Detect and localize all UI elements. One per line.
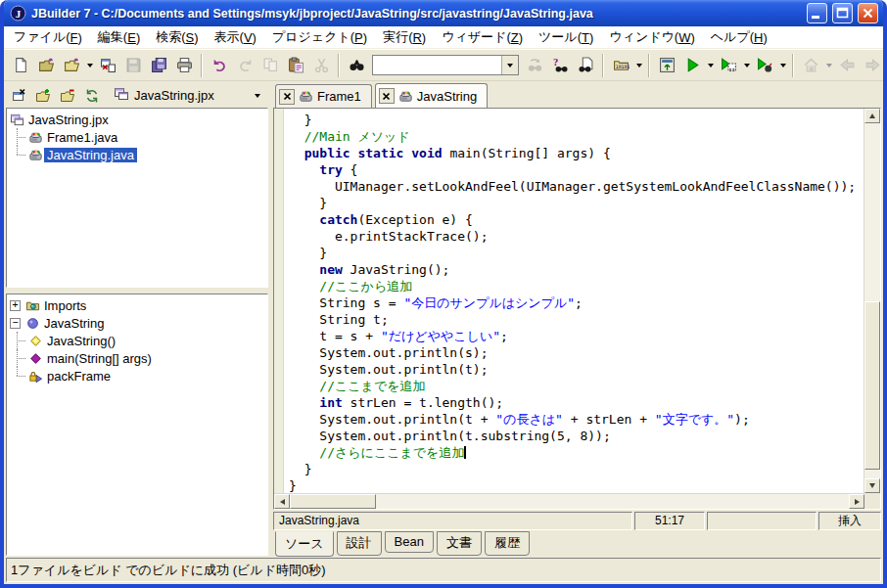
tab-close-button[interactable] — [279, 89, 295, 105]
tree-item-javastring-java[interactable]: JavaString.java — [8, 146, 266, 163]
maximize-button[interactable] — [832, 3, 853, 23]
menu-item-t[interactable]: ツール(T) — [531, 26, 601, 48]
run-coverage-button[interactable] — [752, 53, 777, 78]
editor-gutter — [274, 109, 284, 493]
code-line: } — [289, 461, 864, 477]
ui-designer-button[interactable] — [654, 53, 679, 78]
menu-item-p[interactable]: プロジェクト(P) — [264, 26, 375, 48]
find-in-files-button[interactable] — [573, 53, 598, 78]
paste-button[interactable] — [283, 53, 308, 78]
title-bar[interactable]: J JBuilder 7 - C:/Documents and Settings… — [4, 0, 883, 26]
find-button[interactable] — [344, 53, 369, 78]
tree-item-javastring[interactable]: −JavaString — [8, 314, 266, 332]
reopen-file-button[interactable] — [59, 53, 84, 78]
save-all-button[interactable] — [146, 53, 171, 78]
reopen-file-button-dropdown[interactable] — [84, 53, 95, 78]
view-tab-item[interactable]: ソース — [275, 531, 334, 557]
editor-tab-frame1[interactable]: Frame1 — [275, 84, 372, 108]
redo-icon — [237, 57, 254, 73]
tree-expander[interactable]: − — [10, 318, 21, 329]
status-caret-position: 51:17 — [634, 512, 705, 530]
toolbar-separator — [201, 54, 203, 77]
scrollbar-track[interactable] — [376, 494, 849, 509]
close-icon[interactable] — [858, 3, 878, 23]
project-icon — [114, 86, 129, 105]
horizontal-scrollbar-thumb[interactable] — [290, 494, 376, 509]
toolbar-separator — [602, 54, 604, 77]
menu-item-h[interactable]: ヘルプ(H) — [703, 26, 775, 48]
add-file-button[interactable] — [30, 84, 55, 107]
remove-file-button[interactable] — [55, 84, 79, 107]
tree-item-javastring[interactable]: JavaString() — [8, 332, 266, 349]
code-line: String s = "今日のサンプルはシンプル"; — [289, 294, 864, 311]
search-combo[interactable] — [372, 55, 519, 75]
search-input[interactable] — [373, 56, 501, 74]
view-tab-item[interactable]: 履歴 — [485, 531, 530, 556]
code-editor: } //Main メソッド public static void main(St… — [273, 108, 881, 510]
menu-item-z[interactable]: ウィザード(Z) — [434, 26, 531, 48]
menu-item-w[interactable]: ウィンドウ(W) — [601, 26, 702, 48]
scroll-left-button[interactable] — [274, 494, 290, 509]
project-selector[interactable]: JavaString.jpx — [114, 86, 268, 105]
copy-icon — [262, 57, 279, 73]
svg-text:?: ? — [553, 57, 558, 68]
tree-item-label: JavaString — [41, 316, 107, 331]
search-combo-dropdown[interactable] — [501, 56, 518, 74]
tree-item-label: JavaString() — [44, 334, 118, 348]
view-tab-item[interactable]: 設計 — [337, 531, 382, 556]
undo-button[interactable] — [207, 53, 232, 78]
new-file-button[interactable] — [8, 53, 33, 78]
horizontal-scrollbar[interactable] — [274, 493, 864, 509]
close-project-button[interactable] — [6, 84, 30, 107]
tree-item-main-string-args[interactable]: main(String[] args) — [8, 349, 266, 367]
code-lines[interactable]: } //Main メソッド public static void main(St… — [284, 109, 864, 493]
toolbar-separator — [648, 54, 650, 77]
run-coverage-button-dropdown[interactable] — [777, 53, 788, 78]
make-project-button[interactable]: 10101 — [608, 53, 633, 78]
minimize-button[interactable] — [807, 3, 827, 23]
java-file-icon — [398, 89, 413, 104]
tree-item-imports[interactable]: +Imports — [8, 296, 266, 314]
view-tab-bean[interactable]: Bean — [385, 531, 434, 553]
print-icon — [176, 57, 193, 73]
view-tab-item[interactable]: 文書 — [437, 531, 482, 556]
debug-button[interactable] — [716, 53, 741, 78]
tree-item-frame1-java[interactable]: Frame1.java — [8, 128, 266, 146]
refresh-button[interactable] — [79, 84, 104, 107]
tree-item-javastring-jpx[interactable]: JavaString.jpx — [8, 111, 266, 128]
constructor-icon — [28, 334, 43, 348]
run-button[interactable] — [679, 53, 705, 78]
debug-button-dropdown[interactable] — [741, 53, 752, 78]
search-help-button[interactable]: ? — [547, 53, 573, 78]
tree-item-packframe[interactable]: packFrame — [8, 367, 266, 384]
tree-item-label: JavaString.java — [44, 148, 137, 162]
vertical-scrollbar[interactable] — [864, 109, 880, 493]
project-selector-dropdown-icon[interactable] — [255, 94, 260, 98]
run-button-dropdown[interactable] — [705, 53, 716, 78]
menu-item-e[interactable]: 編集(E) — [90, 26, 148, 48]
folder-plus-icon — [35, 88, 51, 104]
make-project-button-dropdown[interactable] — [633, 53, 644, 78]
open-file-button[interactable] — [33, 53, 59, 78]
tree-expander[interactable]: + — [10, 300, 21, 311]
app-icon: J — [10, 5, 26, 22]
close-icon — [382, 92, 391, 101]
close-file-icon — [100, 57, 117, 73]
forward-button — [860, 53, 885, 78]
tab-close-button[interactable] — [379, 88, 395, 104]
tree-item-label: packFrame — [44, 369, 114, 384]
back-button — [834, 53, 860, 78]
scroll-right-button[interactable] — [849, 494, 864, 509]
scroll-down-button[interactable] — [864, 478, 880, 493]
tree-connector — [13, 367, 26, 384]
menu-item-r[interactable]: 実行(R) — [375, 26, 434, 48]
scroll-up-button[interactable] — [864, 109, 880, 123]
menu-item-v[interactable]: 表示(V) — [207, 26, 264, 48]
vertical-scrollbar-thumb[interactable] — [864, 301, 880, 471]
menu-item-f[interactable]: ファイル(F) — [6, 26, 90, 48]
print-button[interactable] — [171, 53, 197, 78]
search-help-icon: ? — [552, 57, 569, 73]
close-file-button[interactable] — [95, 53, 120, 78]
menu-item-s[interactable]: 検索(S) — [148, 26, 206, 48]
editor-tab-javastring[interactable]: JavaString — [375, 83, 488, 108]
